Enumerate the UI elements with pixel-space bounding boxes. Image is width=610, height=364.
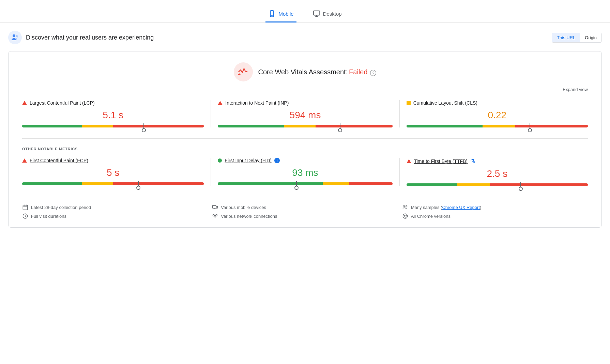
metric-value-lcp: 5.1 s [22,110,204,121]
svg-point-1 [272,15,272,16]
footer-samples: Many samples (Chrome UX Report) [402,204,588,210]
footer-mobile-devices: Various mobile devices [212,204,398,210]
progress-marker-cls [530,123,530,129]
footer-col-1: Latest 28-day collection period Full vis… [22,204,208,219]
footer-collection-period: Latest 28-day collection period [22,204,208,210]
header-icon [8,31,22,44]
svg-rect-14 [216,206,218,208]
progress-bar-fid [218,182,392,185]
metric-label-fcp[interactable]: First Contentful Paint (FCP) [30,158,88,163]
progress-marker-fid [296,181,297,186]
metric-value-fid: 93 ms [218,167,392,178]
svg-point-17 [215,218,216,218]
svg-rect-13 [213,206,216,208]
metric-label-lcp[interactable]: Largest Contentful Paint (LCP) [30,100,95,106]
progress-bar-inp [218,125,392,127]
footer-visit-text: Full visit durations [31,214,66,219]
svg-point-6 [16,35,18,37]
header-left: Discover what your real users are experi… [8,31,154,44]
footer-collection-text: Latest 28-day collection period [31,205,91,210]
url-origin-toggle: This URL Origin [552,33,602,43]
footer-col-2: Various mobile devices Various network c… [212,204,398,219]
vitals-chart-icon [238,67,249,77]
assessment-icon-circle [234,62,253,81]
devices-icon [212,204,218,210]
tab-mobile[interactable]: Mobile [265,6,296,22]
metric-col-lcp: Largest Contentful Paint (LCP)5.1 s [22,100,211,127]
mobile-icon [268,10,276,17]
core-metrics-grid: Largest Contentful Paint (LCP)5.1 sInter… [22,100,588,139]
people-icon [402,204,408,210]
metric-label-row-lcp: Largest Contentful Paint (LCP) [22,100,204,106]
assessment-title: Core Web Vitals Assessment: [258,68,348,76]
wifi-icon [212,213,218,219]
metric-label-row-fid: First Input Delay (FID)i [218,158,392,163]
other-metrics-grid: First Contentful Paint (FCP)5 sFirst Inp… [22,158,588,186]
footer-samples-text: Many samples (Chrome UX Report) [411,205,482,210]
status-icon-fcp [22,158,27,163]
svg-rect-8 [23,205,28,210]
tab-bar: Mobile Desktop [0,0,610,22]
metric-col-fcp: First Contentful Paint (FCP)5 s [22,158,211,186]
metric-label-row-inp: Interaction to Next Paint (INP) [218,100,392,106]
expand-view-button[interactable]: Expand view [22,87,588,92]
metric-col-inp: Interaction to Next Paint (INP)594 ms [211,100,399,127]
footer-col-3: Many samples (Chrome UX Report) All Chro… [402,204,588,219]
footer-visit-durations: Full visit durations [22,213,208,219]
metric-label-fid[interactable]: First Input Delay (FID) [225,158,272,163]
chrome-icon [402,213,408,219]
origin-button[interactable]: Origin [580,33,601,42]
metric-label-ttfb[interactable]: Time to First Byte (TTFB) [414,158,468,164]
metric-label-row-ttfb: Time to First Byte (TTFB)⚗ [407,158,588,164]
svg-point-5 [13,34,15,37]
main-card: Core Web Vitals Assessment: Failed ? Exp… [8,51,602,228]
metric-value-inp: 594 ms [218,110,392,121]
flask-icon-ttfb: ⚗ [470,158,475,164]
progress-marker-inp [340,123,340,129]
progress-bar-cls [407,125,588,127]
metric-value-ttfb: 2.5 s [407,168,588,179]
info-icon-fid[interactable]: i [274,158,280,163]
progress-marker-ttfb [520,182,521,187]
status-icon-ttfb [407,159,411,163]
metric-col-fid: First Input Delay (FID)i93 ms [211,158,399,186]
svg-marker-7 [238,73,241,75]
footer-devices-text: Various mobile devices [221,205,266,210]
status-icon-cls [407,101,411,105]
assessment-title-group: Core Web Vitals Assessment: Failed ? [258,68,377,76]
assessment-row: Core Web Vitals Assessment: Failed ? [22,62,588,81]
footer-chrome-text: All Chrome versions [411,214,451,219]
status-icon-fid [218,158,222,163]
clock-icon [22,213,28,219]
status-icon-lcp [22,101,27,105]
this-url-button[interactable]: This URL [552,33,580,42]
svg-point-18 [403,205,405,207]
tab-desktop-label: Desktop [323,11,342,17]
progress-marker-lcp [143,123,144,129]
footer-info: Latest 28-day collection period Full vis… [22,197,588,219]
svg-point-19 [406,206,407,207]
svg-rect-2 [313,11,319,15]
tab-desktop[interactable]: Desktop [310,6,345,22]
metric-value-fcp: 5 s [22,167,204,178]
other-metrics-label: OTHER NOTABLE METRICS [22,147,588,151]
footer-network-text: Various network connections [221,214,277,219]
status-icon-inp [218,101,223,105]
progress-marker-fcp [138,181,139,186]
tab-mobile-label: Mobile [278,11,293,17]
header-title: Discover what your real users are experi… [26,34,154,41]
chrome-ux-report-link[interactable]: Chrome UX Report [442,205,480,210]
metric-label-row-fcp: First Contentful Paint (FCP) [22,158,204,163]
metric-value-cls: 0.22 [407,110,588,121]
assessment-status: Failed [349,68,367,76]
metric-label-inp[interactable]: Interaction to Next Paint (INP) [225,100,289,106]
footer-chrome-versions: All Chrome versions [402,213,588,219]
users-icon [11,33,19,42]
header-row: Discover what your real users are experi… [0,31,610,51]
progress-bar-lcp [22,125,204,127]
progress-bar-fcp [22,182,204,185]
footer-network-connections: Various network connections [212,213,398,219]
desktop-icon [313,10,320,17]
metric-label-cls[interactable]: Cumulative Layout Shift (CLS) [413,100,477,106]
help-icon[interactable]: ? [370,70,376,76]
